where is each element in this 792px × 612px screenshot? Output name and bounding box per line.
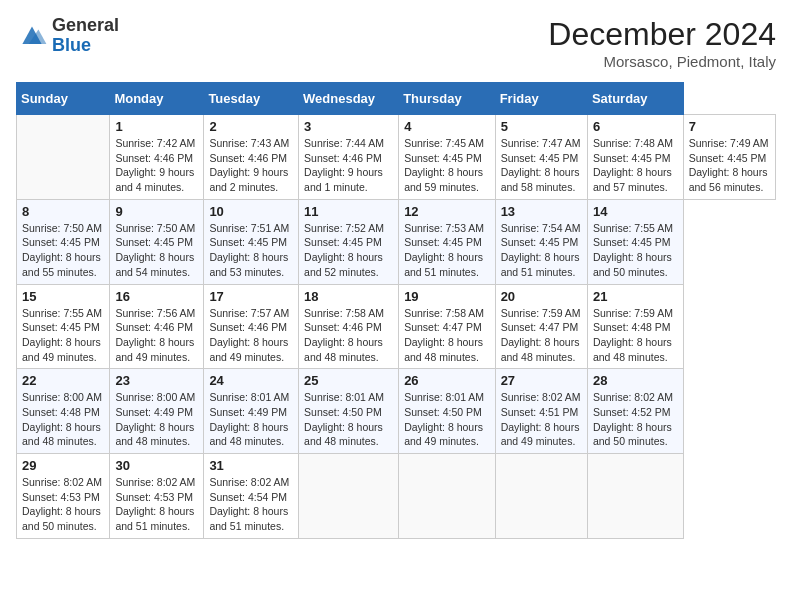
day-number: 19	[404, 289, 489, 304]
day-number: 18	[304, 289, 393, 304]
day-header-saturday: Saturday	[587, 83, 683, 115]
day-header-tuesday: Tuesday	[204, 83, 299, 115]
calendar-table: SundayMondayTuesdayWednesdayThursdayFrid…	[16, 82, 776, 539]
day-header-wednesday: Wednesday	[299, 83, 399, 115]
calendar-cell: 7Sunrise: 7:49 AM Sunset: 4:45 PM Daylig…	[683, 115, 775, 200]
day-number: 16	[115, 289, 198, 304]
day-number: 1	[115, 119, 198, 134]
calendar-cell	[587, 454, 683, 539]
day-info: Sunrise: 7:50 AM Sunset: 4:45 PM Dayligh…	[22, 221, 104, 280]
calendar-cell	[399, 454, 495, 539]
calendar-cell	[299, 454, 399, 539]
logo: General Blue	[16, 16, 119, 56]
calendar-cell: 12Sunrise: 7:53 AM Sunset: 4:45 PM Dayli…	[399, 199, 495, 284]
day-info: Sunrise: 7:52 AM Sunset: 4:45 PM Dayligh…	[304, 221, 393, 280]
day-info: Sunrise: 7:49 AM Sunset: 4:45 PM Dayligh…	[689, 136, 770, 195]
calendar-cell: 21Sunrise: 7:59 AM Sunset: 4:48 PM Dayli…	[587, 284, 683, 369]
calendar-cell: 19Sunrise: 7:58 AM Sunset: 4:47 PM Dayli…	[399, 284, 495, 369]
calendar-week-row: 22Sunrise: 8:00 AM Sunset: 4:48 PM Dayli…	[17, 369, 776, 454]
day-number: 10	[209, 204, 293, 219]
calendar-cell: 29Sunrise: 8:02 AM Sunset: 4:53 PM Dayli…	[17, 454, 110, 539]
day-info: Sunrise: 7:55 AM Sunset: 4:45 PM Dayligh…	[22, 306, 104, 365]
calendar-cell: 15Sunrise: 7:55 AM Sunset: 4:45 PM Dayli…	[17, 284, 110, 369]
logo-text: General Blue	[52, 16, 119, 56]
day-number: 8	[22, 204, 104, 219]
day-number: 31	[209, 458, 293, 473]
day-number: 14	[593, 204, 678, 219]
calendar-cell: 3Sunrise: 7:44 AM Sunset: 4:46 PM Daylig…	[299, 115, 399, 200]
day-info: Sunrise: 7:51 AM Sunset: 4:45 PM Dayligh…	[209, 221, 293, 280]
day-number: 26	[404, 373, 489, 388]
day-number: 29	[22, 458, 104, 473]
calendar-cell: 22Sunrise: 8:00 AM Sunset: 4:48 PM Dayli…	[17, 369, 110, 454]
calendar-cell: 23Sunrise: 8:00 AM Sunset: 4:49 PM Dayli…	[110, 369, 204, 454]
calendar-cell: 18Sunrise: 7:58 AM Sunset: 4:46 PM Dayli…	[299, 284, 399, 369]
calendar-cell: 14Sunrise: 7:55 AM Sunset: 4:45 PM Dayli…	[587, 199, 683, 284]
calendar-cell	[495, 454, 587, 539]
day-info: Sunrise: 8:02 AM Sunset: 4:53 PM Dayligh…	[22, 475, 104, 534]
logo-icon	[16, 20, 48, 52]
calendar-cell: 20Sunrise: 7:59 AM Sunset: 4:47 PM Dayli…	[495, 284, 587, 369]
day-info: Sunrise: 8:01 AM Sunset: 4:49 PM Dayligh…	[209, 390, 293, 449]
day-number: 27	[501, 373, 582, 388]
calendar-cell: 11Sunrise: 7:52 AM Sunset: 4:45 PM Dayli…	[299, 199, 399, 284]
day-number: 21	[593, 289, 678, 304]
month-title: December 2024	[548, 16, 776, 53]
day-info: Sunrise: 7:57 AM Sunset: 4:46 PM Dayligh…	[209, 306, 293, 365]
day-info: Sunrise: 7:58 AM Sunset: 4:47 PM Dayligh…	[404, 306, 489, 365]
day-number: 2	[209, 119, 293, 134]
day-info: Sunrise: 7:50 AM Sunset: 4:45 PM Dayligh…	[115, 221, 198, 280]
day-info: Sunrise: 7:58 AM Sunset: 4:46 PM Dayligh…	[304, 306, 393, 365]
day-info: Sunrise: 7:59 AM Sunset: 4:47 PM Dayligh…	[501, 306, 582, 365]
day-number: 28	[593, 373, 678, 388]
day-info: Sunrise: 8:02 AM Sunset: 4:54 PM Dayligh…	[209, 475, 293, 534]
calendar-week-row: 29Sunrise: 8:02 AM Sunset: 4:53 PM Dayli…	[17, 454, 776, 539]
calendar-cell	[17, 115, 110, 200]
calendar-cell: 8Sunrise: 7:50 AM Sunset: 4:45 PM Daylig…	[17, 199, 110, 284]
calendar-header-row: SundayMondayTuesdayWednesdayThursdayFrid…	[17, 83, 776, 115]
calendar-cell: 26Sunrise: 8:01 AM Sunset: 4:50 PM Dayli…	[399, 369, 495, 454]
day-header-thursday: Thursday	[399, 83, 495, 115]
day-header-friday: Friday	[495, 83, 587, 115]
calendar-cell: 31Sunrise: 8:02 AM Sunset: 4:54 PM Dayli…	[204, 454, 299, 539]
day-number: 20	[501, 289, 582, 304]
calendar-cell: 28Sunrise: 8:02 AM Sunset: 4:52 PM Dayli…	[587, 369, 683, 454]
calendar-cell: 13Sunrise: 7:54 AM Sunset: 4:45 PM Dayli…	[495, 199, 587, 284]
day-number: 17	[209, 289, 293, 304]
calendar-cell: 1Sunrise: 7:42 AM Sunset: 4:46 PM Daylig…	[110, 115, 204, 200]
day-number: 15	[22, 289, 104, 304]
calendar-week-row: 1Sunrise: 7:42 AM Sunset: 4:46 PM Daylig…	[17, 115, 776, 200]
day-info: Sunrise: 7:54 AM Sunset: 4:45 PM Dayligh…	[501, 221, 582, 280]
day-info: Sunrise: 7:55 AM Sunset: 4:45 PM Dayligh…	[593, 221, 678, 280]
day-info: Sunrise: 8:01 AM Sunset: 4:50 PM Dayligh…	[404, 390, 489, 449]
day-number: 23	[115, 373, 198, 388]
calendar-week-row: 15Sunrise: 7:55 AM Sunset: 4:45 PM Dayli…	[17, 284, 776, 369]
day-info: Sunrise: 8:02 AM Sunset: 4:52 PM Dayligh…	[593, 390, 678, 449]
calendar-cell: 9Sunrise: 7:50 AM Sunset: 4:45 PM Daylig…	[110, 199, 204, 284]
location: Morsasco, Piedmont, Italy	[548, 53, 776, 70]
day-number: 7	[689, 119, 770, 134]
day-number: 4	[404, 119, 489, 134]
calendar-cell: 25Sunrise: 8:01 AM Sunset: 4:50 PM Dayli…	[299, 369, 399, 454]
day-info: Sunrise: 8:02 AM Sunset: 4:51 PM Dayligh…	[501, 390, 582, 449]
day-number: 25	[304, 373, 393, 388]
day-info: Sunrise: 7:45 AM Sunset: 4:45 PM Dayligh…	[404, 136, 489, 195]
day-number: 13	[501, 204, 582, 219]
day-info: Sunrise: 7:42 AM Sunset: 4:46 PM Dayligh…	[115, 136, 198, 195]
day-number: 24	[209, 373, 293, 388]
day-number: 30	[115, 458, 198, 473]
calendar-cell: 5Sunrise: 7:47 AM Sunset: 4:45 PM Daylig…	[495, 115, 587, 200]
calendar-cell: 2Sunrise: 7:43 AM Sunset: 4:46 PM Daylig…	[204, 115, 299, 200]
day-number: 6	[593, 119, 678, 134]
day-info: Sunrise: 8:02 AM Sunset: 4:53 PM Dayligh…	[115, 475, 198, 534]
day-info: Sunrise: 7:56 AM Sunset: 4:46 PM Dayligh…	[115, 306, 198, 365]
day-info: Sunrise: 7:44 AM Sunset: 4:46 PM Dayligh…	[304, 136, 393, 195]
day-number: 5	[501, 119, 582, 134]
day-number: 22	[22, 373, 104, 388]
day-number: 11	[304, 204, 393, 219]
day-info: Sunrise: 7:48 AM Sunset: 4:45 PM Dayligh…	[593, 136, 678, 195]
day-number: 3	[304, 119, 393, 134]
day-info: Sunrise: 7:59 AM Sunset: 4:48 PM Dayligh…	[593, 306, 678, 365]
title-block: December 2024 Morsasco, Piedmont, Italy	[548, 16, 776, 70]
calendar-cell: 4Sunrise: 7:45 AM Sunset: 4:45 PM Daylig…	[399, 115, 495, 200]
